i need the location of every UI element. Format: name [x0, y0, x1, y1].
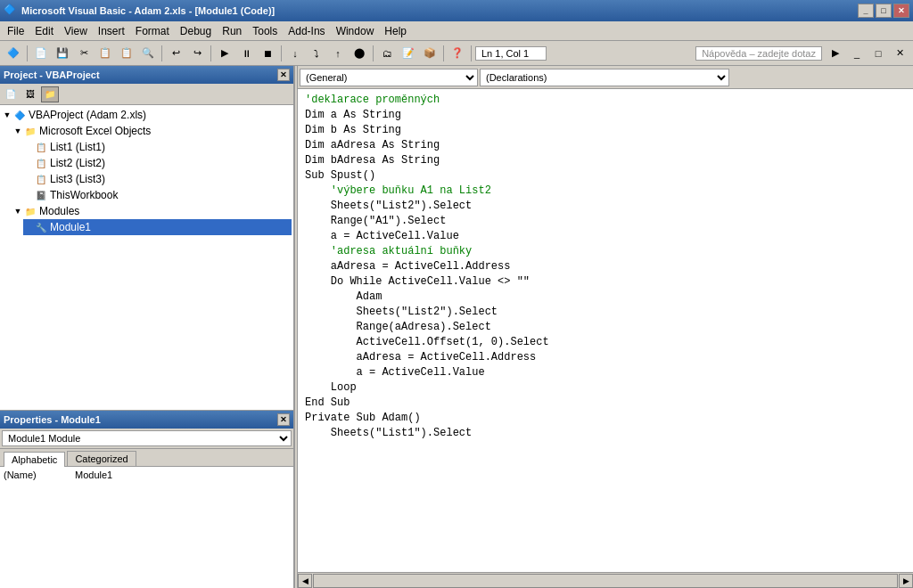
- code-line: aAdresa = ActiveCell.Address: [305, 350, 906, 365]
- toolbar-window-max[interactable]: □: [868, 44, 888, 63]
- menu-window[interactable]: Window: [331, 23, 380, 39]
- hscroll-left-btn[interactable]: ◀: [298, 574, 312, 588]
- code-toolbar: (General) (Declarations): [298, 66, 913, 89]
- project-panel: Project - VBAProject ✕ 📄 🖼 📁 ▼ 🔷 VBAProj…: [0, 66, 293, 410]
- proj-btn-view-code[interactable]: 📄: [2, 86, 20, 102]
- close-button[interactable]: ✕: [893, 4, 909, 18]
- folder-icon-modules: 📁: [23, 204, 37, 218]
- toolbar-redo[interactable]: ↪: [187, 44, 207, 63]
- toolbar-stepinto[interactable]: ↓: [285, 44, 305, 63]
- project-tree[interactable]: ▼ 🔷 VBAProject (Adam 2.xls) ▼ 📁 Microsof…: [0, 105, 293, 410]
- help-search-box[interactable]: Nápověda – zadejte dotaz: [695, 46, 822, 61]
- code-editor[interactable]: 'deklarace proměnnýchDim a As StringDim …: [298, 89, 913, 572]
- toolbar-find[interactable]: 🔍: [138, 44, 158, 63]
- folder-icon-excel: 📁: [23, 124, 37, 138]
- tree-item-thisworkbook[interactable]: 📓 ThisWorkbook: [23, 187, 292, 203]
- toolbar-projectexplorer[interactable]: 🗂: [377, 44, 397, 63]
- toolbar-window-close[interactable]: ✕: [890, 44, 909, 63]
- tree-item-list3[interactable]: 📋 List3 (List3): [23, 171, 292, 187]
- object-dropdown[interactable]: (General): [300, 69, 478, 86]
- properties-panel-close[interactable]: ✕: [277, 413, 290, 426]
- help-search-text: Nápověda – zadejte dotaz: [702, 48, 816, 59]
- menu-debug[interactable]: Debug: [175, 23, 217, 39]
- procedure-dropdown[interactable]: (Declarations): [480, 69, 729, 86]
- tree-noexpand-wb: [23, 190, 34, 200]
- tree-label-excel-objects: Microsoft Excel Objects: [39, 125, 151, 137]
- menu-edit[interactable]: Edit: [29, 23, 59, 39]
- properties-object-select[interactable]: Module1 Module: [2, 430, 292, 446]
- code-line: Sheets("List2").Select: [305, 199, 906, 214]
- tree-label-modules: Modules: [39, 205, 79, 217]
- toolbar-stepover[interactable]: ⤵: [307, 44, 326, 63]
- sheet-icon-list3: 📋: [34, 172, 48, 186]
- toolbar-excel-icon[interactable]: 🔷: [4, 44, 23, 63]
- tree-item-excel-objects[interactable]: ▼ 📁 Microsoft Excel Objects: [12, 123, 292, 139]
- horizontal-scrollbar: ◀ ▶: [298, 572, 913, 588]
- toolbar-insert-module[interactable]: 📄: [31, 44, 51, 63]
- vbaproject-icon: 🔷: [12, 108, 27, 122]
- prop-row-name: (Name) Module1: [2, 469, 292, 481]
- code-line: Private Sub Adam(): [305, 411, 906, 426]
- toolbar-breakpoint[interactable]: ⬤: [350, 44, 369, 63]
- sheet-icon-list2: 📋: [34, 156, 48, 170]
- proj-btn-toggle-folders[interactable]: 📁: [41, 86, 59, 102]
- toolbar-save[interactable]: 💾: [53, 44, 72, 63]
- menu-addins[interactable]: Add-Ins: [283, 23, 330, 39]
- tree-noexpand-module1: [23, 222, 34, 233]
- tree-item-list1[interactable]: 📋 List1 (List1): [23, 139, 292, 155]
- menu-help[interactable]: Help: [379, 23, 412, 39]
- menu-insert[interactable]: Insert: [93, 23, 130, 39]
- proj-btn-view-object[interactable]: 🖼: [21, 86, 39, 102]
- tree-noexpand-list2: [23, 158, 34, 168]
- tree-expand-vbaproject[interactable]: ▼: [2, 110, 12, 120]
- menu-tools[interactable]: Tools: [247, 23, 283, 39]
- toolbar-stop[interactable]: ⏹: [258, 44, 277, 63]
- tree-noexpand-list3: [23, 174, 34, 184]
- tree-item-module1[interactable]: 🔧 Module1: [23, 219, 292, 235]
- toolbar-stepout[interactable]: ↑: [328, 44, 348, 63]
- toolbar-pause[interactable]: ⏸: [236, 44, 256, 63]
- tree-label-vbaproject: VBAProject (Adam 2.xls): [29, 109, 146, 121]
- tree-expand-excel[interactable]: ▼: [12, 126, 23, 136]
- maximize-button[interactable]: □: [876, 4, 892, 18]
- tree-expand-modules[interactable]: ▼: [12, 206, 23, 216]
- toolbar-properties[interactable]: 📝: [399, 44, 418, 63]
- hscroll-track[interactable]: [313, 574, 898, 588]
- tab-alphabetic[interactable]: Alphabetic: [4, 452, 65, 467]
- toolbar-undo[interactable]: ↩: [166, 44, 185, 63]
- code-line: 'výbere buňku A1 na List2: [305, 184, 906, 199]
- toolbar-sep-7: [471, 45, 472, 61]
- hscroll-right-btn[interactable]: ▶: [899, 574, 913, 588]
- toolbar-paste[interactable]: 📋: [117, 44, 136, 63]
- menu-file[interactable]: File: [2, 23, 29, 39]
- toolbar-copy[interactable]: 📋: [95, 44, 115, 63]
- project-panel-header: Project - VBAProject ✕: [0, 66, 293, 84]
- code-line: Sub Spust(): [305, 168, 906, 184]
- toolbar-run[interactable]: ▶: [215, 44, 234, 63]
- toolbar-objectbrowser[interactable]: 📦: [420, 44, 440, 63]
- menu-run[interactable]: Run: [217, 23, 247, 39]
- toolbar-sep-6: [443, 45, 444, 61]
- toolbar-help-go[interactable]: ▶: [826, 44, 845, 63]
- toolbar-help[interactable]: ❓: [448, 44, 467, 63]
- code-line: Sheets("List1").Select: [305, 426, 906, 441]
- left-panel: Project - VBAProject ✕ 📄 🖼 📁 ▼ 🔷 VBAProj…: [0, 66, 294, 588]
- tree-item-vbaproject[interactable]: ▼ 🔷 VBAProject (Adam 2.xls): [2, 107, 292, 123]
- tree-item-list2[interactable]: 📋 List2 (List2): [23, 155, 292, 171]
- minimize-button[interactable]: _: [858, 4, 874, 18]
- tab-categorized[interactable]: Categorized: [67, 451, 136, 466]
- tree-item-modules[interactable]: ▼ 📁 Modules: [12, 203, 292, 219]
- toolbar-sep-3: [210, 45, 211, 61]
- code-line: Dim a As String: [305, 108, 906, 123]
- code-line: 'adresa aktuální buňky: [305, 244, 906, 259]
- menu-view[interactable]: View: [59, 23, 93, 39]
- app-icon: 🔷: [4, 4, 18, 18]
- code-line: Dim bAdresa As String: [305, 153, 906, 168]
- title-bar: 🔷 Microsoft Visual Basic - Adam 2.xls - …: [0, 0, 913, 21]
- menu-format[interactable]: Format: [130, 23, 175, 39]
- code-line: Adam: [305, 290, 906, 305]
- toolbar-cut[interactable]: ✂: [74, 44, 94, 63]
- toolbar-window-min[interactable]: _: [847, 44, 867, 63]
- project-panel-close[interactable]: ✕: [277, 69, 290, 81]
- module-icon: 🔧: [34, 220, 48, 234]
